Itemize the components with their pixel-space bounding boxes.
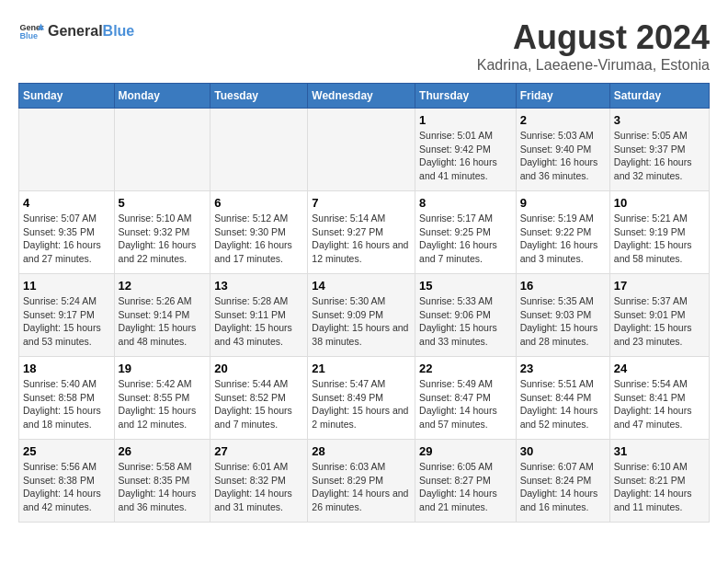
day-info: Sunrise: 5:24 AM Sunset: 9:17 PM Dayligh… <box>23 294 110 349</box>
day-info: Sunrise: 5:19 AM Sunset: 9:22 PM Dayligh… <box>520 212 606 266</box>
day-info: Sunrise: 6:07 AM Sunset: 8:24 PM Dayligh… <box>520 460 606 514</box>
day-number: 1 <box>419 113 512 127</box>
day-info: Sunrise: 5:28 AM Sunset: 9:11 PM Dayligh… <box>214 294 303 349</box>
calendar-cell: 2Sunrise: 5:03 AM Sunset: 9:40 PM Daylig… <box>516 109 609 191</box>
calendar-cell: 6Sunrise: 5:12 AM Sunset: 9:30 PM Daylig… <box>210 191 308 274</box>
day-info: Sunrise: 6:05 AM Sunset: 8:27 PM Dayligh… <box>419 460 512 514</box>
calendar-cell: 15Sunrise: 5:33 AM Sunset: 9:06 PM Dayli… <box>415 274 517 357</box>
calendar-cell: 19Sunrise: 5:42 AM Sunset: 8:55 PM Dayli… <box>114 357 210 440</box>
calendar-week-5: 25Sunrise: 5:56 AM Sunset: 8:38 PM Dayli… <box>19 440 710 523</box>
day-info: Sunrise: 5:51 AM Sunset: 8:44 PM Dayligh… <box>520 377 606 431</box>
day-number: 8 <box>419 196 512 210</box>
day-number: 26 <box>119 444 207 458</box>
logo: General Blue General Blue <box>18 18 134 44</box>
day-info: Sunrise: 5:35 AM Sunset: 9:03 PM Dayligh… <box>520 294 606 349</box>
calendar-cell <box>308 109 415 191</box>
calendar-cell: 14Sunrise: 5:30 AM Sunset: 9:09 PM Dayli… <box>308 274 415 357</box>
calendar-cell: 11Sunrise: 5:24 AM Sunset: 9:17 PM Dayli… <box>19 274 115 357</box>
calendar-cell: 8Sunrise: 5:17 AM Sunset: 9:25 PM Daylig… <box>415 191 517 274</box>
calendar-cell: 16Sunrise: 5:35 AM Sunset: 9:03 PM Dayli… <box>516 274 609 357</box>
day-number: 6 <box>214 196 303 210</box>
calendar-cell: 7Sunrise: 5:14 AM Sunset: 9:27 PM Daylig… <box>308 191 415 274</box>
day-number: 15 <box>419 279 512 293</box>
day-info: Sunrise: 5:56 AM Sunset: 8:38 PM Dayligh… <box>23 460 110 514</box>
page-header: General Blue General Blue August 2024 Ka… <box>18 18 710 74</box>
day-number: 11 <box>23 279 110 293</box>
day-info: Sunrise: 6:03 AM Sunset: 8:29 PM Dayligh… <box>312 460 411 514</box>
day-info: Sunrise: 5:42 AM Sunset: 8:55 PM Dayligh… <box>119 377 207 431</box>
calendar-cell: 9Sunrise: 5:19 AM Sunset: 9:22 PM Daylig… <box>516 191 609 274</box>
day-number: 28 <box>312 444 411 458</box>
day-info: Sunrise: 5:01 AM Sunset: 9:42 PM Dayligh… <box>419 129 512 183</box>
calendar-cell: 21Sunrise: 5:47 AM Sunset: 8:49 PM Dayli… <box>308 357 415 440</box>
day-info: Sunrise: 5:05 AM Sunset: 9:37 PM Dayligh… <box>614 129 705 183</box>
day-number: 16 <box>520 279 606 293</box>
title-area: August 2024 Kadrina, Laeaene-Virumaa, Es… <box>477 18 710 74</box>
logo-icon: General Blue <box>18 18 44 44</box>
calendar-table: SundayMondayTuesdayWednesdayThursdayFrid… <box>18 83 710 523</box>
header-thursday: Thursday <box>415 84 517 109</box>
day-number: 10 <box>614 196 705 210</box>
calendar-cell: 26Sunrise: 5:58 AM Sunset: 8:35 PM Dayli… <box>114 440 210 523</box>
day-info: Sunrise: 6:01 AM Sunset: 8:32 PM Dayligh… <box>214 460 303 514</box>
day-number: 19 <box>119 362 207 375</box>
day-number: 31 <box>614 444 705 458</box>
calendar-cell: 20Sunrise: 5:44 AM Sunset: 8:52 PM Dayli… <box>210 357 308 440</box>
calendar-cell: 22Sunrise: 5:49 AM Sunset: 8:47 PM Dayli… <box>415 357 517 440</box>
header-tuesday: Tuesday <box>210 84 308 109</box>
day-number: 22 <box>419 362 512 375</box>
header-saturday: Saturday <box>609 84 709 109</box>
day-info: Sunrise: 5:30 AM Sunset: 9:09 PM Dayligh… <box>312 294 411 349</box>
day-info: Sunrise: 5:37 AM Sunset: 9:01 PM Dayligh… <box>614 294 705 349</box>
day-number: 20 <box>214 362 303 375</box>
day-number: 18 <box>23 362 110 375</box>
day-info: Sunrise: 5:03 AM Sunset: 9:40 PM Dayligh… <box>520 129 606 183</box>
header-monday: Monday <box>114 84 210 109</box>
day-number: 17 <box>614 279 705 293</box>
day-number: 9 <box>520 196 606 210</box>
day-number: 13 <box>214 279 303 293</box>
calendar-week-2: 4Sunrise: 5:07 AM Sunset: 9:35 PM Daylig… <box>19 191 710 274</box>
day-info: Sunrise: 5:26 AM Sunset: 9:14 PM Dayligh… <box>119 294 207 349</box>
day-number: 25 <box>23 444 110 458</box>
calendar-cell <box>19 109 115 191</box>
calendar-header-row: SundayMondayTuesdayWednesdayThursdayFrid… <box>19 84 710 109</box>
day-number: 30 <box>520 444 606 458</box>
day-info: Sunrise: 5:12 AM Sunset: 9:30 PM Dayligh… <box>214 212 303 266</box>
calendar-cell: 13Sunrise: 5:28 AM Sunset: 9:11 PM Dayli… <box>210 274 308 357</box>
day-info: Sunrise: 5:40 AM Sunset: 8:58 PM Dayligh… <box>23 377 110 431</box>
calendar-cell: 17Sunrise: 5:37 AM Sunset: 9:01 PM Dayli… <box>609 274 709 357</box>
calendar-cell <box>114 109 210 191</box>
day-number: 29 <box>419 444 512 458</box>
day-number: 5 <box>119 196 207 210</box>
calendar-cell: 12Sunrise: 5:26 AM Sunset: 9:14 PM Dayli… <box>114 274 210 357</box>
calendar-cell: 30Sunrise: 6:07 AM Sunset: 8:24 PM Dayli… <box>516 440 609 523</box>
calendar-cell: 27Sunrise: 6:01 AM Sunset: 8:32 PM Dayli… <box>210 440 308 523</box>
calendar-cell: 5Sunrise: 5:10 AM Sunset: 9:32 PM Daylig… <box>114 191 210 274</box>
calendar-cell: 3Sunrise: 5:05 AM Sunset: 9:37 PM Daylig… <box>609 109 709 191</box>
day-info: Sunrise: 5:07 AM Sunset: 9:35 PM Dayligh… <box>23 212 110 266</box>
day-info: Sunrise: 5:14 AM Sunset: 9:27 PM Dayligh… <box>312 212 411 266</box>
logo-blue: Blue <box>103 23 135 40</box>
day-number: 23 <box>520 362 606 375</box>
day-number: 27 <box>214 444 303 458</box>
calendar-cell: 28Sunrise: 6:03 AM Sunset: 8:29 PM Dayli… <box>308 440 415 523</box>
header-wednesday: Wednesday <box>308 84 415 109</box>
header-sunday: Sunday <box>19 84 115 109</box>
calendar-cell: 10Sunrise: 5:21 AM Sunset: 9:19 PM Dayli… <box>609 191 709 274</box>
calendar-cell: 4Sunrise: 5:07 AM Sunset: 9:35 PM Daylig… <box>19 191 115 274</box>
calendar-cell: 18Sunrise: 5:40 AM Sunset: 8:58 PM Dayli… <box>19 357 115 440</box>
logo-general: General <box>48 23 103 40</box>
calendar-cell: 31Sunrise: 6:10 AM Sunset: 8:21 PM Dayli… <box>609 440 709 523</box>
header-friday: Friday <box>516 84 609 109</box>
day-number: 7 <box>312 196 411 210</box>
day-number: 14 <box>312 279 411 293</box>
day-info: Sunrise: 5:17 AM Sunset: 9:25 PM Dayligh… <box>419 212 512 266</box>
svg-text:Blue: Blue <box>19 31 38 40</box>
calendar-cell: 25Sunrise: 5:56 AM Sunset: 8:38 PM Dayli… <box>19 440 115 523</box>
day-number: 21 <box>312 362 411 375</box>
day-info: Sunrise: 5:49 AM Sunset: 8:47 PM Dayligh… <box>419 377 512 431</box>
day-info: Sunrise: 5:21 AM Sunset: 9:19 PM Dayligh… <box>614 212 705 266</box>
day-info: Sunrise: 5:33 AM Sunset: 9:06 PM Dayligh… <box>419 294 512 349</box>
calendar-week-1: 1Sunrise: 5:01 AM Sunset: 9:42 PM Daylig… <box>19 109 710 191</box>
